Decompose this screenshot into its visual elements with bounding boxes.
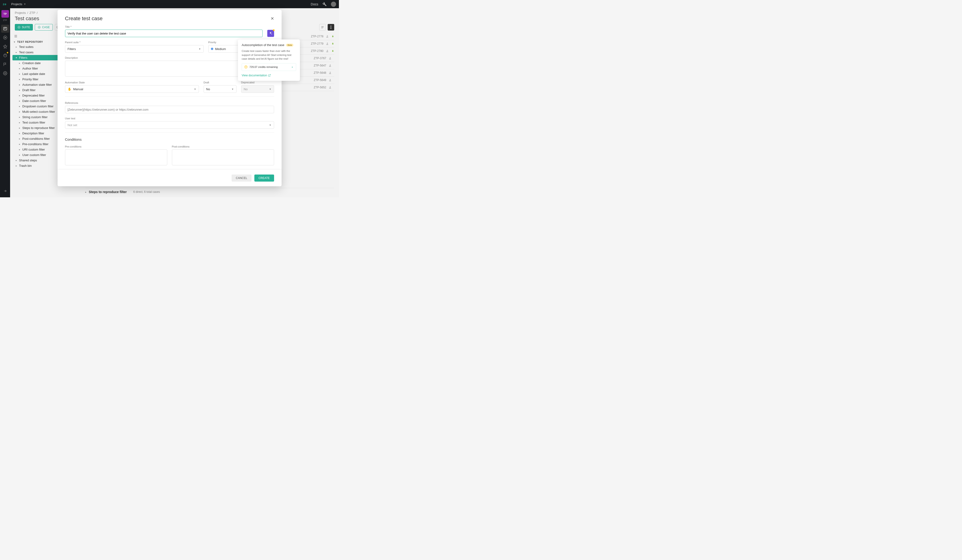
post-conditions-textarea[interactable]: [172, 149, 274, 165]
usertest-label: User test: [65, 117, 274, 120]
beta-badge: Beta: [286, 44, 293, 47]
usertest-select[interactable]: Not set ▼: [65, 121, 274, 129]
create-test-case-modal: Create test case ✕ Title * Parent suite …: [58, 10, 282, 186]
hand-icon: ✋: [68, 87, 71, 91]
create-button[interactable]: CREATE: [254, 174, 274, 182]
doc-link-label: View documentation: [242, 74, 267, 77]
credits-text: 729.07 credits remaining: [249, 66, 278, 68]
references-label: References: [65, 102, 274, 104]
add-credits-icon[interactable]: ＋: [291, 65, 294, 69]
caret-down-icon: ▼: [194, 88, 196, 90]
priority-value: Medium: [215, 47, 226, 51]
usertest-value: Not set: [68, 123, 77, 127]
parent-suite-value: Filters: [68, 47, 76, 51]
automation-select[interactable]: ✋Manual ▼: [65, 85, 199, 93]
deprecated-label: Deprecated: [241, 81, 274, 84]
view-documentation-link[interactable]: View documentation: [242, 74, 271, 77]
parent-suite-label: Parent suite *: [65, 41, 203, 44]
caret-down-icon: ▼: [199, 48, 201, 50]
modal-title: Create test case: [65, 16, 103, 22]
title-label: Title *: [65, 25, 274, 28]
divider: [65, 97, 274, 97]
deprecated-select: No ▼: [241, 85, 274, 93]
post-conditions-label: Post-conditions: [172, 145, 274, 148]
caret-down-icon: ▼: [232, 88, 234, 90]
pre-conditions-textarea[interactable]: [65, 149, 167, 165]
automation-label: Automation State: [65, 81, 199, 84]
close-icon[interactable]: ✕: [271, 16, 274, 21]
pre-conditions-label: Pre-conditions: [65, 145, 167, 148]
draft-label: Draft: [203, 81, 237, 84]
references-input[interactable]: [65, 106, 274, 113]
caret-down-icon: ▼: [269, 124, 271, 126]
conditions-title: Conditions: [65, 137, 274, 141]
ai-autocomplete-button[interactable]: [267, 30, 274, 37]
credits-box: 729.07 credits remaining ＋: [242, 63, 296, 71]
ai-popover: Autocompletion of the test case Beta Cre…: [238, 39, 300, 81]
popover-body: Create test cases faster than ever with …: [242, 49, 296, 61]
deprecated-value: No: [244, 87, 248, 91]
cancel-button[interactable]: CANCEL: [232, 174, 252, 182]
popover-title: Autocompletion of the test case: [242, 43, 284, 47]
title-input[interactable]: [65, 30, 263, 37]
coin-icon: [244, 65, 247, 69]
caret-down-icon: ▼: [269, 88, 271, 90]
parent-suite-select[interactable]: Filters ▼: [65, 45, 203, 53]
draft-value: No: [206, 87, 210, 91]
divider: [65, 132, 274, 133]
priority-dot-icon: [211, 48, 213, 50]
draft-select[interactable]: No ▼: [203, 85, 237, 93]
automation-value: Manual: [73, 87, 83, 91]
